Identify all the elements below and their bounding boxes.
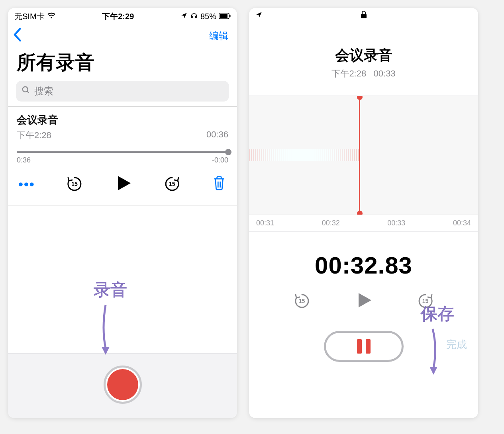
ruler-tick: 00:34 [453,219,471,227]
elapsed-time: 00:32.83 [249,232,478,283]
recording-subtitle: 下午2:28 00:33 [249,68,478,80]
search-icon [22,86,30,97]
lock-icon [249,10,478,21]
elapsed-label: 0:36 [17,156,31,164]
battery-text: 85% [200,12,216,21]
recording-header: 会议录音 下午2:28 00:33 [249,22,478,84]
skip-back-amount: 15 [66,175,83,193]
playhead[interactable] [359,96,360,215]
skip-forward-amount: 15 [163,175,181,193]
pause-row: 完成 [249,315,478,374]
svg-rect-2 [229,15,231,17]
delete-button[interactable] [212,176,227,192]
recording-item[interactable]: 会议录音 下午2:28 00:36 0:36 -0:00 ••• 15 [8,107,237,205]
status-bar [249,8,478,22]
status-right: 85% [180,12,231,22]
status-time: 下午2:29 [56,11,180,22]
time-ruler: 00:31 00:32 00:33 00:34 [249,215,478,232]
annotation-record-label: 录音 [94,280,127,299]
divider [8,205,237,205]
progress-bar[interactable]: 0:36 -0:00 [17,151,228,164]
record-dot-icon [107,369,138,400]
carrier-text: 无SIM卡 [14,11,45,22]
svg-marker-8 [102,347,110,355]
ruler-tick: 00:32 [322,219,340,227]
record-footer [8,353,237,418]
record-button[interactable] [104,366,142,404]
svg-rect-1 [220,14,227,18]
battery-icon [219,12,231,21]
recording-meta: 下午2:28 00:36 [17,129,228,141]
page-title: 所有录音 [8,47,237,81]
svg-point-3 [23,87,28,92]
skip-back-amount: 15 [293,292,311,310]
pause-button[interactable] [324,331,404,362]
location-icon [180,12,188,21]
svg-marker-5 [118,176,131,190]
svg-line-4 [27,91,29,93]
progress-track [17,151,228,153]
recording-title: 会议录音 [17,113,228,127]
pause-bar-icon [366,339,371,354]
pause-bar-icon [357,339,362,354]
edit-button[interactable]: 编辑 [209,29,228,42]
skip-back-button[interactable]: 15 [293,292,311,310]
phone-right: 会议录音 下午2:28 00:33 00:31 00:32 00:33 00:3… [249,8,478,418]
skip-back-button[interactable]: 15 [66,175,83,193]
skip-forward-button[interactable]: 15 [163,175,181,193]
headphones-icon [190,12,198,22]
recording-time: 下午2:28 [331,68,366,78]
search-placeholder: 搜索 [34,85,53,98]
status-left: 无SIM卡 [14,11,56,22]
svg-rect-9 [361,14,367,18]
recording-duration: 00:36 [206,129,228,141]
remaining-label: -0:00 [212,156,228,164]
ruler-tick: 00:33 [387,219,405,227]
ruler-tick: 00:31 [256,219,274,227]
play-button[interactable] [114,174,132,194]
svg-marker-10 [359,293,371,307]
back-chevron-icon[interactable] [13,27,22,44]
progress-knob[interactable] [225,149,231,155]
playback-controls: ••• 15 15 [17,164,228,201]
search-input[interactable]: 搜索 [16,81,229,102]
waveform-icon [249,149,359,161]
waveform-area[interactable] [249,96,478,215]
recording-title: 会议录音 [249,46,478,65]
status-bar: 无SIM卡 下午2:29 85% [8,8,237,23]
recording-time: 下午2:28 [17,129,51,141]
recording-duration: 00:33 [374,68,396,78]
progress-labels: 0:36 -0:00 [17,156,228,164]
annotation-record: 录音 [94,279,127,357]
nav-bar: 编辑 [8,23,237,47]
done-button[interactable]: 完成 [446,338,467,352]
more-button[interactable]: ••• [18,176,35,192]
play-button[interactable] [355,291,373,311]
progress-fill [17,151,228,153]
phone-left: 无SIM卡 下午2:29 85% 编辑 所有录音 [8,8,237,418]
wifi-icon [47,12,56,21]
